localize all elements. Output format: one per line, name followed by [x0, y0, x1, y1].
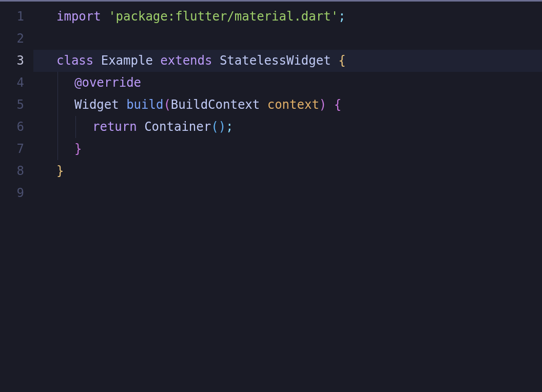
- string-literal: package:flutter/material.dart: [116, 9, 331, 24]
- paren-close: ): [319, 97, 326, 112]
- paren-close: ): [219, 120, 226, 134]
- brace-close: }: [56, 164, 64, 178]
- line-number: 4: [0, 72, 24, 94]
- space: [101, 9, 108, 24]
- space: [260, 97, 267, 112]
- code-line-5[interactable]: Widget build(BuildContext context) {: [33, 94, 542, 116]
- line-number: 5: [0, 94, 24, 116]
- code-line-4[interactable]: @override: [33, 72, 542, 94]
- space: [137, 120, 144, 134]
- indent-guide: [75, 116, 76, 138]
- brace-close: }: [74, 142, 82, 156]
- paren-open: (: [211, 120, 218, 134]
- space: [153, 53, 160, 68]
- code-editor[interactable]: 1 2 3 4 5 6 7 8 9 import 'package:flutte…: [0, 2, 542, 392]
- semicolon: ;: [226, 120, 233, 134]
- indent-guide: [57, 138, 58, 160]
- code-line-8[interactable]: }: [33, 160, 542, 182]
- line-number: 2: [0, 28, 24, 50]
- line-number-gutter: 1 2 3 4 5 6 7 8 9: [0, 2, 33, 392]
- indent-guide: [57, 116, 58, 138]
- brace-open: {: [334, 97, 341, 112]
- keyword-extends: extends: [160, 53, 212, 68]
- code-line-7[interactable]: }: [33, 138, 542, 160]
- function-name: build: [126, 97, 163, 112]
- brace-open: {: [338, 53, 345, 68]
- line-number: 7: [0, 138, 24, 160]
- keyword-class: class: [56, 53, 93, 68]
- space: [326, 97, 334, 112]
- code-line-1[interactable]: import 'package:flutter/material.dart';: [33, 6, 542, 28]
- semicolon: ;: [338, 9, 345, 24]
- param-type: BuildContext: [171, 97, 260, 112]
- line-number-active: 3: [0, 50, 24, 72]
- code-line-3-active[interactable]: class Example extends StatelessWidget {: [33, 50, 542, 72]
- constructor-call: Container: [144, 120, 211, 134]
- indent-guide: [57, 72, 58, 94]
- indent-guide: [57, 94, 58, 116]
- string-quote: ': [108, 9, 115, 24]
- space: [93, 53, 101, 68]
- class-name: Example: [101, 53, 153, 68]
- line-number: 8: [0, 160, 24, 182]
- type-name: StatelessWidget: [220, 53, 331, 68]
- keyword-return: return: [92, 120, 137, 134]
- return-type: Widget: [74, 97, 119, 112]
- space: [212, 53, 219, 68]
- param-name: context: [267, 97, 319, 112]
- line-number: 6: [0, 116, 24, 138]
- line-number: 1: [0, 6, 24, 28]
- code-line-9[interactable]: [33, 182, 542, 204]
- line-number: 9: [0, 182, 24, 204]
- space: [331, 53, 338, 68]
- annotation: @override: [74, 75, 141, 90]
- space: [119, 97, 126, 112]
- code-line-6[interactable]: return Container();: [33, 116, 542, 138]
- keyword-import: import: [56, 9, 101, 24]
- code-line-2[interactable]: [33, 28, 542, 50]
- code-area[interactable]: import 'package:flutter/material.dart'; …: [33, 2, 542, 392]
- paren-open: (: [163, 97, 170, 112]
- string-quote: ': [331, 9, 338, 24]
